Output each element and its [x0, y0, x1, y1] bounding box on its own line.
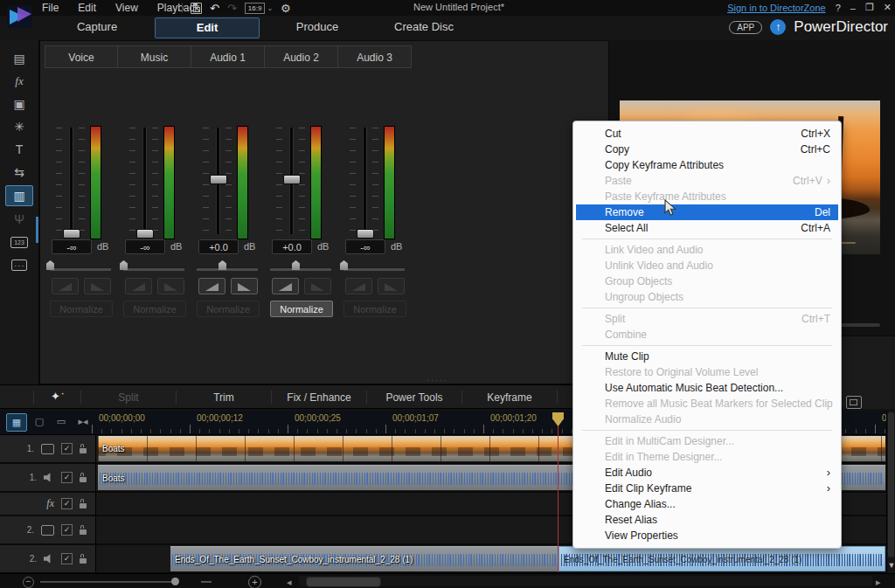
volume-fader-handle[interactable]: [210, 175, 227, 184]
fade-in-button[interactable]: [125, 278, 152, 294]
help-button[interactable]: ?: [836, 3, 841, 13]
pan-handle[interactable]: [219, 260, 226, 270]
menu-item-copy-keyframe-attributes[interactable]: Copy Keyframe Attributes: [576, 157, 838, 173]
volume-fader-track[interactable]: [69, 128, 73, 234]
tab-produce[interactable]: Produce: [268, 17, 366, 37]
volume-fader-handle[interactable]: [283, 175, 301, 184]
pan-slider[interactable]: [191, 260, 265, 274]
menu-item-remove[interactable]: RemoveDel: [576, 204, 838, 220]
app-badge[interactable]: APP: [729, 21, 762, 34]
fade-out-button[interactable]: [84, 278, 111, 294]
sidebar-item-voiceover-room[interactable]: Ψ: [6, 210, 32, 229]
sidebar-item-title-room[interactable]: T: [6, 140, 32, 159]
track-lock-icon[interactable]: [80, 503, 87, 508]
vscroll-thumb[interactable]: [888, 412, 894, 557]
pan-slider[interactable]: [338, 260, 412, 274]
track-enable-checkbox[interactable]: ✓: [61, 443, 73, 454]
pan-slider[interactable]: [118, 260, 191, 274]
fade-out-button[interactable]: [157, 278, 184, 294]
settings-gear-icon[interactable]: ⚙: [281, 3, 291, 14]
upgrade-icon[interactable]: ↑: [770, 19, 786, 35]
pan-slider[interactable]: [45, 260, 118, 274]
panel-splitter-handle[interactable]: ·····: [427, 376, 448, 384]
vscroll-down-arrow[interactable]: ▼: [887, 561, 895, 570]
music-clip-2-selected[interactable]: Ends_Of_The_Earth_Sunset_Cowboy_instrume…: [559, 546, 885, 571]
menu-item-reset-alias[interactable]: Reset Alias: [576, 512, 838, 528]
track-lock-icon[interactable]: [80, 558, 87, 564]
sidebar-item-audio-mixing-room[interactable]: ▥: [5, 185, 33, 206]
pan-handle[interactable]: [46, 260, 54, 270]
normalize-button[interactable]: Normalize: [50, 301, 113, 317]
menu-view[interactable]: View: [115, 2, 138, 14]
sidebar-item-pip-objects-room[interactable]: ▣: [6, 94, 32, 114]
track-enable-checkbox[interactable]: ✓: [61, 524, 73, 536]
sidebar-item-media-room[interactable]: ▤: [6, 49, 32, 68]
pan-handle[interactable]: [292, 260, 300, 270]
pan-slider[interactable]: [265, 260, 338, 274]
fade-in-button[interactable]: [345, 278, 372, 294]
grab-mode-button[interactable]: ▢: [30, 413, 49, 430]
zoom-in-button[interactable]: +: [248, 576, 261, 588]
pan-handle[interactable]: [340, 260, 348, 270]
zoom-slider-track[interactable]: [40, 581, 178, 583]
normalize-button[interactable]: Normalize: [123, 301, 186, 317]
menu-item-copy[interactable]: CopyCtrl+C: [576, 142, 838, 157]
fade-in-button[interactable]: [198, 278, 225, 294]
hscroll-track[interactable]: [299, 576, 872, 586]
menu-item-mute-clip[interactable]: Mute Clip: [576, 349, 838, 364]
menu-item-cut[interactable]: CutCtrl+X: [576, 126, 838, 142]
fade-in-button[interactable]: [52, 278, 79, 294]
tab-edit[interactable]: Edit: [155, 17, 260, 38]
maximize-button[interactable]: ❐: [865, 2, 874, 13]
fade-out-button[interactable]: [304, 278, 331, 294]
volume-fader-handle[interactable]: [136, 229, 154, 239]
db-value[interactable]: +0.0: [272, 239, 312, 254]
db-value[interactable]: -∞: [125, 239, 165, 254]
normalize-button[interactable]: Normalize: [197, 301, 260, 317]
minimize-button[interactable]: –: [850, 3, 856, 13]
track-lock-icon[interactable]: [80, 529, 87, 535]
menu-item-edit-clip-keyframe[interactable]: Edit Clip Keyframe›: [576, 481, 838, 496]
hscroll-thumb[interactable]: [306, 577, 381, 587]
power-tools-button[interactable]: Power Tools: [367, 385, 461, 410]
range-select-button[interactable]: ▭: [52, 413, 71, 430]
sidebar-item-transition-room[interactable]: ⇆: [6, 163, 32, 182]
undo-icon[interactable]: ↶: [210, 3, 219, 14]
trim-button[interactable]: Trim: [177, 385, 271, 410]
volume-fader-track[interactable]: [142, 128, 147, 234]
sidebar-item-particle-room[interactable]: ✳: [6, 117, 32, 136]
signin-link[interactable]: Sign in to DirectorZone: [727, 3, 826, 13]
volume-fader-track[interactable]: [363, 128, 367, 234]
redo-icon[interactable]: ↷: [227, 3, 237, 14]
tab-capture[interactable]: Capture: [48, 17, 146, 37]
undock-preview-icon[interactable]: [846, 396, 862, 409]
menu-item-select-all[interactable]: Select AllCtrl+A: [576, 220, 838, 236]
menu-item-change-alias[interactable]: Change Alias...: [576, 496, 838, 512]
magic-fix-icon[interactable]: ✦: [51, 390, 60, 403]
sidebar-item-chapter-room[interactable]: 123: [6, 232, 32, 252]
fade-out-button[interactable]: [231, 278, 258, 294]
save-icon[interactable]: [191, 3, 202, 14]
menu-item-edit-audio[interactable]: Edit Audio›: [576, 465, 838, 481]
fade-in-button[interactable]: [272, 278, 299, 294]
music-clip-1[interactable]: Ends_Of_The_Earth_Sunset_Cowboy_instrume…: [170, 546, 559, 571]
db-value[interactable]: +0.0: [198, 239, 239, 254]
snap-to-clips-button[interactable]: ▸◂: [73, 413, 93, 430]
tab-create-disc[interactable]: Create Disc: [375, 17, 473, 37]
volume-fader-handle[interactable]: [63, 229, 80, 239]
zoom-slider-handle[interactable]: [171, 578, 179, 585]
track-lock-icon[interactable]: [80, 477, 87, 482]
normalize-button[interactable]: Normalize: [343, 301, 406, 317]
volume-fader-handle[interactable]: [357, 229, 374, 239]
close-button[interactable]: ✕: [884, 2, 892, 13]
hscroll-right-arrow[interactable]: ▸: [876, 577, 881, 588]
keyframe-button[interactable]: Keyframe: [462, 385, 557, 410]
pan-handle[interactable]: [120, 260, 128, 270]
db-value[interactable]: -∞: [52, 239, 92, 254]
track-manager-button[interactable]: ▦: [6, 413, 27, 432]
hscroll-left-arrow[interactable]: ◂: [287, 577, 292, 588]
vscroll-track[interactable]: ▼: [886, 411, 895, 573]
menu-item-use-automatic-music-beat-detection[interactable]: Use Automatic Music Beat Detection...: [576, 380, 838, 396]
track-lock-icon[interactable]: [80, 448, 87, 453]
menu-file[interactable]: File: [42, 2, 59, 14]
